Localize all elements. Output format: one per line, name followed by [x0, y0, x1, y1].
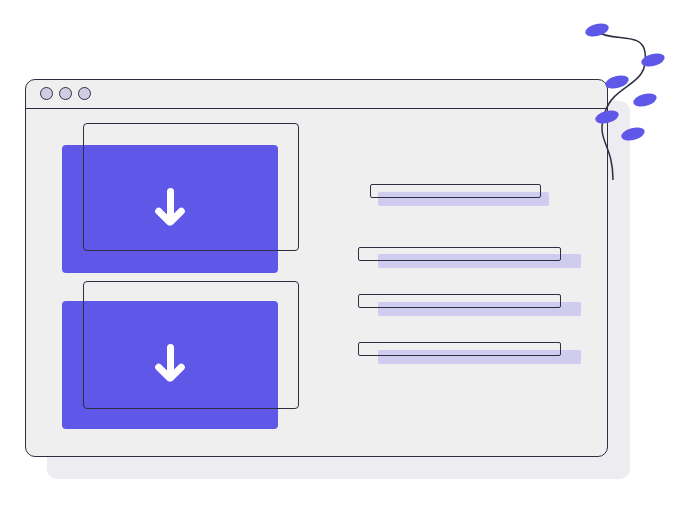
- titlebar: [26, 80, 607, 109]
- svg-point-3: [632, 91, 658, 109]
- window-button[interactable]: [59, 87, 72, 100]
- list-item[interactable]: [358, 294, 561, 308]
- browser-window: [25, 79, 608, 457]
- list-item[interactable]: [370, 184, 541, 198]
- download-card-outline: [83, 281, 299, 409]
- list-item[interactable]: [358, 342, 561, 356]
- list-item[interactable]: [358, 247, 561, 261]
- window-button[interactable]: [78, 87, 91, 100]
- svg-point-1: [640, 51, 666, 69]
- window-button[interactable]: [40, 87, 53, 100]
- svg-point-0: [584, 22, 610, 39]
- download-card-outline: [83, 123, 299, 251]
